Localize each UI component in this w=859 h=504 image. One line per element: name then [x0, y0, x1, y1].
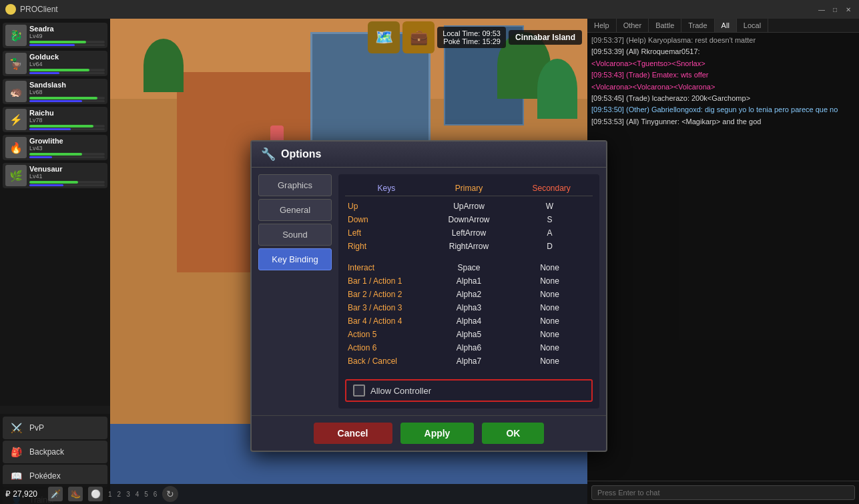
party-pokemon-4[interactable]: 🔥 Growlithe Lv43	[3, 135, 107, 160]
allow-controller-label: Allow Controller	[370, 386, 431, 396]
slot-3: 3	[126, 491, 130, 498]
key-row-4[interactable]	[345, 254, 593, 260]
refresh-button[interactable]: ↻	[162, 486, 178, 502]
pokemon-exp-fill-3	[29, 128, 71, 130]
item-slot-ball[interactable]: ⚪	[88, 487, 103, 501]
map-button[interactable]: 🗺️	[368, 21, 400, 53]
key-secondary-8: None	[509, 303, 590, 312]
item-slot-boot[interactable]: 🥾	[68, 487, 83, 501]
key-name-3: Right	[348, 242, 428, 251]
key-row-13[interactable]	[345, 368, 593, 374]
pokemon-info-3: Raichu Lv78	[29, 109, 105, 130]
pokemon-hp-fill-1	[29, 69, 89, 71]
key-row-0[interactable]: Up UpArrow W	[345, 200, 593, 212]
chat-tab-other[interactable]: Other	[617, 19, 649, 32]
key-row-7[interactable]: Bar 2 / Action 2 Alpha2 None	[345, 288, 593, 300]
key-primary-11: Alpha6	[428, 343, 509, 352]
chat-messages: [09:53:37] (Help) Karyoplasma: rest does…	[587, 33, 859, 481]
minimize-button[interactable]: —	[816, 4, 827, 15]
key-primary-6: Alpha1	[428, 276, 509, 286]
slot-4: 4	[135, 491, 139, 498]
key-secondary-3: D	[509, 242, 590, 251]
nav-keybinding[interactable]: Key Binding	[258, 248, 332, 270]
pokemon-level-5: Lv41	[29, 173, 105, 180]
time-display: Local Time: 09:53 Poké Time: 15:29	[437, 27, 506, 48]
key-primary-8: Alpha3	[428, 303, 509, 312]
pokemon-exp-bar-5	[29, 184, 105, 186]
ok-button[interactable]: OK	[482, 423, 544, 444]
pokemon-hp-bar-2	[29, 97, 105, 99]
pokemon-name-4: Growlithe	[29, 137, 105, 145]
party-pokemon-5[interactable]: 🌿 Venusaur Lv41	[3, 163, 107, 188]
key-row-5[interactable]: Interact Space None	[345, 262, 593, 274]
action-btn-backpack[interactable]: 🎒 Backpack	[3, 441, 107, 463]
key-secondary-12: None	[509, 356, 590, 366]
item-slot-sword[interactable]: 🗡️	[48, 487, 63, 501]
nav-sound[interactable]: Sound	[258, 224, 332, 246]
cancel-button[interactable]: Cancel	[314, 423, 392, 444]
key-secondary-9: None	[509, 316, 590, 326]
pokemon-hp-bar-1	[29, 69, 105, 71]
bag-button[interactable]: 💼	[402, 21, 435, 53]
pokemon-hp-fill-4	[29, 153, 82, 156]
party-pokemon-1[interactable]: 🦆 Golduck Lv64	[3, 51, 107, 76]
key-row-10[interactable]: Action 5 Alpha5 None	[345, 328, 593, 340]
key-name-9: Bar 4 / Action 4	[348, 316, 428, 326]
close-button[interactable]: ✕	[843, 4, 854, 15]
slot-2: 2	[117, 491, 121, 498]
app-title: PROClient	[20, 5, 58, 14]
pokemon-name-3: Raichu	[29, 109, 105, 117]
action-label-pokedex: Pokédex	[29, 471, 61, 481]
key-row-9[interactable]: Bar 4 / Action 4 Alpha4 None	[345, 315, 593, 327]
options-title: Options	[281, 148, 321, 160]
chat-tab-trade[interactable]: Trade	[681, 19, 714, 32]
pokemon-name-5: Venusaur	[29, 165, 105, 173]
key-secondary-5: None	[509, 263, 590, 272]
key-row-6[interactable]: Bar 1 / Action 1 Alpha1 None	[345, 275, 593, 287]
pokemon-hp-bar-4	[29, 153, 105, 156]
keys-table-header: Keys Primary Secondary	[345, 181, 593, 196]
party-pokemon-2[interactable]: 🦔 Sandslash Lv68	[3, 79, 107, 104]
app-icon	[5, 4, 16, 15]
chat-input[interactable]	[591, 485, 855, 500]
chat-panel: Help Other Battle Trade All Local [09:53…	[587, 19, 859, 504]
slot-6: 6	[154, 491, 158, 498]
local-time: Local Time: 09:53	[443, 29, 501, 37]
key-name-10: Action 5	[348, 330, 428, 339]
nav-general[interactable]: General	[258, 199, 332, 221]
apply-button[interactable]: Apply	[400, 423, 475, 444]
chat-tab-all[interactable]: All	[715, 19, 737, 32]
key-row-3[interactable]: Right RightArrow D	[345, 240, 593, 252]
pokemon-icon-0: 🐉	[5, 25, 27, 46]
key-primary-5: Space	[428, 263, 509, 272]
pokemon-level-3: Lv78	[29, 117, 105, 123]
key-name-0: Up	[348, 202, 428, 211]
chat-tab-local[interactable]: Local	[737, 19, 768, 32]
key-primary-12: Alpha7	[428, 356, 509, 366]
pokemon-icon-4: 🔥	[5, 137, 27, 158]
key-row-1[interactable]: Down DownArrow S	[345, 214, 593, 226]
key-row-2[interactable]: Left LeftArrow A	[345, 227, 593, 239]
nav-graphics[interactable]: Graphics	[258, 174, 332, 196]
key-secondary-1: S	[509, 215, 590, 224]
key-row-11[interactable]: Action 6 Alpha6 None	[345, 342, 593, 354]
allow-controller-checkbox[interactable]	[353, 385, 365, 397]
party-pokemon-3[interactable]: ⚡ Raichu Lv78	[3, 107, 107, 132]
location-display: Cinnabar Island	[509, 30, 582, 45]
pokemon-hp-bar-3	[29, 125, 105, 128]
key-row-12[interactable]: Back / Cancel Alpha7 None	[345, 355, 593, 367]
action-label-pvp: PvP	[29, 423, 44, 433]
pokemon-exp-bar-0	[29, 44, 105, 46]
chat-message: [09:53:43] (Trade) Ematex: wts offer	[591, 70, 855, 80]
chat-tab-battle[interactable]: Battle	[649, 19, 681, 32]
key-row-8[interactable]: Bar 3 / Action 3 Alpha3 None	[345, 302, 593, 314]
col-secondary: Secondary	[510, 184, 593, 193]
chat-message: [09:53:53] (All) Tinygunner: <Magikarp> …	[591, 117, 855, 127]
key-secondary-7: None	[509, 290, 590, 299]
pokemon-exp-fill-1	[29, 72, 59, 74]
hud-panel: 🗺️ 💼 Local Time: 09:53 Poké Time: 15:29 …	[362, 19, 587, 56]
maximize-button[interactable]: □	[830, 4, 840, 15]
chat-tab-help[interactable]: Help	[587, 19, 617, 32]
action-btn-pvp[interactable]: ⚔️ PvP	[3, 417, 107, 439]
party-pokemon-0[interactable]: 🐉 Seadra Lv49	[3, 23, 107, 48]
